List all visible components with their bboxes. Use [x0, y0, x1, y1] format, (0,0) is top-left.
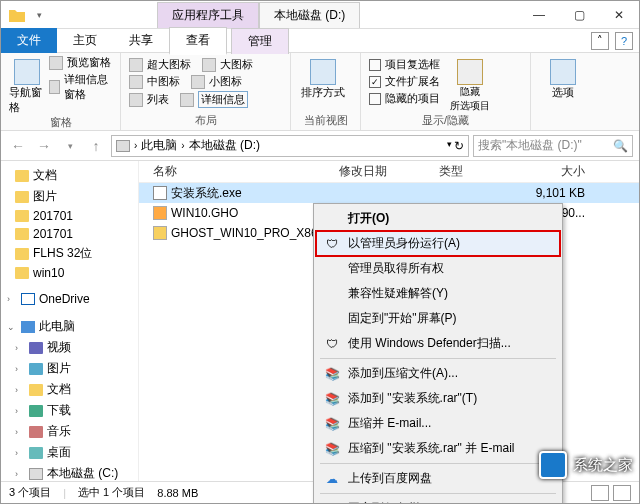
ribbon-tabs: 文件 主页 共享 查看 管理 ˄ ?	[1, 29, 639, 53]
navigation-pane-button[interactable]: 导航窗格	[9, 55, 45, 115]
folder-icon	[9, 7, 25, 23]
details-view-icon[interactable]	[591, 485, 609, 501]
separator	[320, 493, 556, 494]
folder-icon	[15, 248, 29, 260]
tree-item[interactable]: 201701	[33, 209, 73, 223]
extra-large-icon	[129, 58, 143, 72]
up-button[interactable]: ↑	[85, 135, 107, 157]
tree-item[interactable]: 本地磁盘 (C:)	[47, 465, 118, 482]
file-tab[interactable]: 文件	[1, 28, 57, 53]
minimize-button[interactable]: —	[519, 1, 559, 29]
ctx-pin-taskbar[interactable]: 固定到任务栏(K)	[316, 496, 560, 504]
checkboxes-toggle[interactable]: 项目复选框	[369, 57, 440, 72]
extra-large-button[interactable]: 超大图标	[147, 57, 191, 72]
ctx-defender[interactable]: 🛡使用 Windows Defender扫描...	[316, 331, 560, 356]
share-tab[interactable]: 共享	[113, 28, 169, 53]
back-button[interactable]: ←	[7, 135, 29, 157]
collapse-ribbon-icon[interactable]: ˄	[591, 32, 609, 50]
documents-icon	[29, 384, 43, 396]
tree-item[interactable]: 桌面	[47, 444, 71, 461]
tree-item[interactable]: 文档	[47, 381, 71, 398]
large-button[interactable]: 大图标	[220, 57, 253, 72]
ctx-email[interactable]: 📚压缩并 E-mail...	[316, 411, 560, 436]
ctx-add-rar[interactable]: 📚添加到 "安装系统.rar"(T)	[316, 386, 560, 411]
status-selected: 选中 1 个项目	[78, 485, 145, 500]
forward-button[interactable]: →	[33, 135, 55, 157]
ctx-rar-email[interactable]: 📚压缩到 "安装系统.rar" 并 E-mail	[316, 436, 560, 461]
watermark: 系统之家	[539, 451, 633, 479]
tree-item[interactable]: 201701	[33, 227, 73, 241]
refresh-icon[interactable]: ↻	[454, 139, 464, 153]
ctx-compat[interactable]: 兼容性疑难解答(Y)	[316, 281, 560, 306]
exe-icon	[153, 186, 167, 200]
sort-icon	[310, 59, 336, 85]
thumbnails-view-icon[interactable]	[613, 485, 631, 501]
col-name[interactable]: 名称	[139, 163, 339, 180]
tree-item[interactable]: 文档	[33, 167, 57, 184]
tree-item[interactable]: 下载	[47, 402, 71, 419]
folder-icon	[15, 191, 29, 203]
tree-onedrive[interactable]: OneDrive	[39, 292, 90, 306]
details-button[interactable]: 详细信息	[198, 91, 248, 108]
tree-item[interactable]: win10	[33, 266, 64, 280]
ctx-baidu[interactable]: ☁上传到百度网盘	[316, 466, 560, 491]
tree-item[interactable]: 音乐	[47, 423, 71, 440]
options-icon	[550, 59, 576, 85]
preview-pane-button[interactable]: 预览窗格	[49, 55, 112, 70]
qat-dropdown-icon[interactable]: ▾	[31, 7, 47, 23]
breadcrumb[interactable]: › 此电脑 › 本地磁盘 (D:) ▾ ↻	[111, 135, 469, 157]
maximize-button[interactable]: ▢	[559, 1, 599, 29]
ctx-take-ownership[interactable]: 管理员取得所有权	[316, 256, 560, 281]
tree-item[interactable]: FLHS 32位	[33, 245, 92, 262]
column-headers[interactable]: 名称 修改日期 类型 大小	[139, 161, 639, 183]
list-button[interactable]: 列表	[147, 92, 169, 107]
hide-selected-button[interactable]: 隐藏 所选项目	[444, 55, 496, 113]
currentview-group-label: 当前视图	[299, 113, 352, 128]
ctx-open[interactable]: 打开(O)	[316, 206, 560, 231]
videos-icon	[29, 342, 43, 354]
medium-icon	[129, 75, 143, 89]
address-dropdown-icon[interactable]: ▾	[447, 139, 452, 153]
hidden-toggle[interactable]: 隐藏的项目	[369, 91, 440, 106]
ctx-add-archive[interactable]: 📚添加到压缩文件(A)...	[316, 361, 560, 386]
tree-item[interactable]: 图片	[47, 360, 71, 377]
sort-button[interactable]: 排序方式	[299, 55, 347, 100]
medium-button[interactable]: 中图标	[147, 74, 180, 89]
options-button[interactable]: 选项	[539, 55, 587, 100]
drive-icon	[29, 468, 43, 480]
col-size[interactable]: 大小	[519, 163, 599, 180]
showhide-group-label: 显示/隐藏	[369, 113, 522, 128]
tree-item[interactable]: 视频	[47, 339, 71, 356]
navigation-tree[interactable]: 文档 图片 201701 201701 FLHS 32位 win10 ›OneD…	[1, 161, 139, 483]
extensions-toggle[interactable]: ✓文件扩展名	[369, 74, 440, 89]
small-icon	[191, 75, 205, 89]
search-icon[interactable]: 🔍	[613, 139, 628, 153]
history-dropdown[interactable]: ▾	[59, 135, 81, 157]
manage-tab[interactable]: 管理	[231, 28, 289, 54]
ribbon: 导航窗格 预览窗格 详细信息窗格 窗格 超大图标 大图标 中图标 小图标 列表 …	[1, 53, 639, 131]
close-button[interactable]: ✕	[599, 1, 639, 29]
rar-icon: 📚	[324, 441, 340, 457]
details-pane-button[interactable]: 详细信息窗格	[49, 72, 112, 102]
file-row[interactable]: 安装系统.exe 9,101 KB	[139, 183, 639, 203]
ctx-run-as-admin[interactable]: 🛡以管理员身份运行(A)	[316, 231, 560, 256]
view-tab[interactable]: 查看	[169, 27, 227, 55]
drive-icon	[116, 140, 130, 152]
breadcrumb-pc[interactable]: 此电脑	[141, 137, 177, 154]
home-tab[interactable]: 主页	[57, 28, 113, 53]
ctx-pin-start[interactable]: 固定到"开始"屏幕(P)	[316, 306, 560, 331]
search-input[interactable]: 搜索"本地磁盘 (D:)" 🔍	[473, 135, 633, 157]
tree-item[interactable]: 图片	[33, 188, 57, 205]
folder-icon	[15, 267, 29, 279]
small-button[interactable]: 小图标	[209, 74, 242, 89]
tree-thispc[interactable]: 此电脑	[39, 318, 75, 335]
breadcrumb-drive[interactable]: 本地磁盘 (D:)	[189, 137, 260, 154]
panes-group-label: 窗格	[9, 115, 112, 130]
desktop-icon	[29, 447, 43, 459]
col-date[interactable]: 修改日期	[339, 163, 439, 180]
col-type[interactable]: 类型	[439, 163, 519, 180]
hide-icon	[457, 59, 483, 85]
shield-icon: 🛡	[324, 236, 340, 252]
tool-tab[interactable]: 应用程序工具	[157, 2, 259, 28]
help-icon[interactable]: ?	[615, 32, 633, 50]
